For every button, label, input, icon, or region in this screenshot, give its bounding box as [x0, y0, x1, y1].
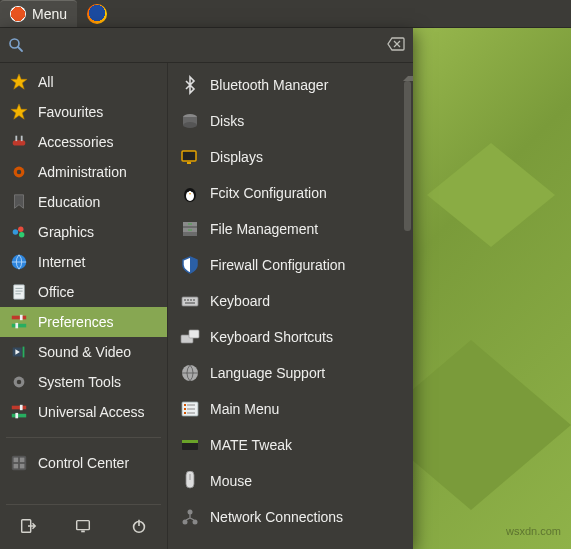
svg-point-44	[183, 122, 197, 128]
firefox-launcher-icon[interactable]	[87, 4, 107, 24]
disks-icon	[180, 111, 200, 131]
svg-rect-7	[15, 136, 17, 141]
app-item-fcitx[interactable]: Fcitx Configuration	[168, 175, 402, 211]
scrollbar[interactable]	[402, 67, 413, 549]
app-label: Displays	[210, 149, 263, 166]
control-center-icon	[10, 454, 28, 472]
app-label: MATE Tweak	[210, 437, 292, 454]
app-label: Fcitx Configuration	[210, 185, 327, 202]
category-item-all[interactable]: All	[0, 67, 167, 97]
svg-point-10	[17, 170, 22, 175]
globe-icon	[180, 363, 200, 383]
svg-rect-46	[187, 162, 191, 164]
network-icon	[180, 507, 200, 527]
svg-point-27	[17, 380, 22, 385]
app-item-main-menu[interactable]: Main Menu	[168, 391, 402, 427]
desktop-bg-shape	[411, 130, 571, 260]
svg-marker-4	[11, 74, 27, 89]
svg-rect-62	[185, 302, 195, 304]
svg-rect-15	[14, 285, 25, 299]
category-label: Graphics	[38, 224, 94, 241]
control-center-label: Control Center	[38, 455, 129, 472]
app-label: Keyboard	[210, 293, 270, 310]
category-item-system-tools[interactable]: System Tools	[0, 367, 167, 397]
app-item-mouse[interactable]: Mouse	[168, 463, 402, 499]
app-item-network[interactable]: Network Connections	[168, 499, 402, 535]
svg-rect-61	[193, 299, 195, 301]
category-label: Universal Access	[38, 404, 145, 421]
svg-rect-64	[189, 330, 199, 338]
svg-rect-30	[20, 405, 23, 410]
svg-rect-22	[15, 323, 18, 328]
category-item-universal-access[interactable]: Universal Access	[0, 397, 167, 427]
category-pane: All Favourites Accessories Administratio…	[0, 63, 168, 549]
svg-rect-28	[12, 406, 26, 410]
search-input[interactable]	[32, 34, 379, 56]
clear-search-icon[interactable]	[387, 37, 405, 54]
search-icon	[8, 37, 24, 53]
svg-rect-8	[21, 136, 23, 141]
lock-screen-button[interactable]	[70, 513, 96, 539]
globe-icon	[10, 253, 28, 271]
category-item-graphics[interactable]: Graphics	[0, 217, 167, 247]
app-label: Network Connections	[210, 509, 343, 526]
svg-rect-45	[182, 151, 196, 161]
app-label: Language Support	[210, 365, 325, 382]
svg-point-50	[191, 190, 193, 192]
toggles-icon	[10, 313, 28, 331]
file-cabinet-icon	[180, 219, 200, 239]
power-button[interactable]	[126, 513, 152, 539]
star-icon	[10, 103, 28, 121]
category-item-accessories[interactable]: Accessories	[0, 127, 167, 157]
category-item-internet[interactable]: Internet	[0, 247, 167, 277]
svg-rect-33	[14, 458, 19, 463]
svg-rect-6	[13, 140, 26, 145]
app-item-disks[interactable]: Disks	[168, 103, 402, 139]
star-icon	[10, 73, 28, 91]
document-icon	[10, 283, 28, 301]
category-item-education[interactable]: Education	[0, 187, 167, 217]
panel-icon	[180, 435, 200, 455]
svg-rect-34	[20, 458, 25, 463]
category-item-favourites[interactable]: Favourites	[0, 97, 167, 127]
svg-rect-36	[20, 464, 25, 469]
keyboard-icon	[180, 291, 200, 311]
app-item-language[interactable]: Language Support	[168, 355, 402, 391]
svg-point-78	[188, 510, 193, 515]
app-item-bluetooth[interactable]: Bluetooth Manager	[168, 67, 402, 103]
category-item-office[interactable]: Office	[0, 277, 167, 307]
svg-point-49	[187, 190, 189, 192]
app-item-firewall[interactable]: Firewall Configuration	[168, 247, 402, 283]
scrollbar-thumb[interactable]	[404, 81, 411, 231]
app-label: Firewall Configuration	[210, 257, 345, 274]
category-label: Favourites	[38, 104, 103, 121]
bookmark-icon	[10, 193, 28, 211]
app-item-mate-tweak[interactable]: MATE Tweak	[168, 427, 402, 463]
svg-rect-57	[182, 297, 198, 306]
category-item-sound-video[interactable]: Sound & Video	[0, 337, 167, 367]
svg-rect-29	[12, 414, 26, 418]
app-item-displays[interactable]: Displays	[168, 139, 402, 175]
category-label: System Tools	[38, 374, 121, 391]
separator	[6, 437, 161, 438]
control-center-item[interactable]: Control Center	[0, 448, 167, 478]
category-item-administration[interactable]: Administration	[0, 157, 167, 187]
app-label: Keyboard Shortcuts	[210, 329, 333, 346]
svg-rect-72	[187, 413, 195, 414]
app-item-file-management[interactable]: File Management	[168, 211, 402, 247]
category-item-preferences[interactable]: Preferences	[0, 307, 167, 337]
app-item-keyboard-shortcuts[interactable]: Keyboard Shortcuts	[168, 319, 402, 355]
svg-rect-35	[14, 464, 19, 469]
watermark: wsxdn.com	[506, 525, 561, 537]
main-menu-popup: All Favourites Accessories Administratio…	[0, 28, 413, 549]
svg-rect-60	[190, 299, 192, 301]
svg-rect-69	[184, 408, 186, 410]
svg-rect-71	[184, 412, 186, 414]
app-item-keyboard[interactable]: Keyboard	[168, 283, 402, 319]
menu-button-label: Menu	[32, 6, 67, 22]
menu-button[interactable]: Menu	[0, 0, 77, 27]
svg-rect-68	[187, 405, 195, 406]
application-pane: Bluetooth Manager Disks Displays Fcitx C…	[168, 63, 413, 549]
session-actions	[0, 505, 167, 549]
logout-button[interactable]	[15, 513, 41, 539]
